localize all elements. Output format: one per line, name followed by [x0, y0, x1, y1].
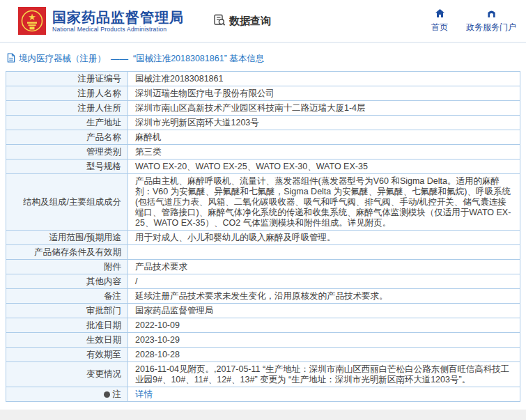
- row-value: 麻醉机: [128, 130, 520, 145]
- row-label: 注: [6, 387, 128, 402]
- document-icon: [7, 53, 15, 65]
- row-value: 深圳市光明新区南环大道1203号: [128, 116, 520, 130]
- row-value: 用于对成人、小儿和婴幼儿的吸入麻醉及呼吸管理。: [128, 231, 520, 245]
- nav-portal-label: 政务服务门户: [466, 22, 516, 33]
- table-row: 结构及组成/主要组成成分 产品由主机、麻醉呼吸机、流量计、蒸发器组件(蒸发器型号…: [6, 174, 520, 231]
- table-row: 注册人名称 深圳迈瑞生物医疗电子股份有限公司: [6, 86, 520, 101]
- table-row: 管理类别 第三类: [6, 145, 520, 160]
- nav-home[interactable]: 首页: [431, 8, 448, 33]
- registration-info-table: 注册证编号 国械注准20183081861 注册人名称 深圳迈瑞生物医疗电子股份…: [6, 71, 520, 402]
- table-row: 审批部门 国家药品监督管理局: [6, 304, 520, 318]
- row-label: 其他内容: [6, 274, 128, 289]
- breadcrumb-separator: ——: [111, 54, 128, 64]
- table-row: 适用范围/预期用途 用于对成人、小儿和婴幼儿的吸入麻醉及呼吸管理。: [6, 231, 520, 245]
- row-value: 2023-10-29: [128, 333, 520, 348]
- row-label: 批准日期: [6, 318, 128, 333]
- detail-link[interactable]: 详情: [135, 389, 153, 399]
- row-label: 附件: [6, 260, 128, 274]
- data-query-button[interactable]: 数据查询: [213, 14, 271, 29]
- breadcrumb: 境内医疗器械（注册） —— “国械注准20183081861” 基本信息: [7, 53, 526, 65]
- row-value: /: [128, 274, 520, 289]
- table-row: 产品名称 麻醉机: [6, 130, 520, 145]
- row-label: 生效日期: [6, 333, 128, 348]
- table-row: 变更情况 2016-11-04见附页。,2017-05-11 “生产地址：深圳市…: [6, 362, 520, 387]
- table-row: 备注 延续注册产品技术要求未发生变化，沿用原核发的产品技术要求。: [6, 289, 520, 304]
- nmpa-emblem-logo: ★: [18, 7, 46, 35]
- page: ★ 国家药品监督管理局 National Medical Products Ad…: [0, 0, 526, 402]
- row-value: 第三类: [128, 145, 520, 160]
- row-label: 适用范围/预期用途: [6, 231, 128, 245]
- site-subtitle: National Medical Products Administration: [52, 26, 184, 33]
- portal-gate-icon: [486, 8, 497, 20]
- data-query-icon: [213, 14, 226, 29]
- footer-strip: [0, 410, 526, 420]
- row-label: 注册人住所: [6, 101, 128, 116]
- table-row: 型号规格 WATO EX-20、WATO EX-25、WATO EX-30、WA…: [6, 160, 520, 174]
- home-icon: [435, 8, 445, 20]
- row-value: 详情: [128, 387, 520, 402]
- row-label: 型号规格: [6, 160, 128, 174]
- row-value: 深圳市南山区高新技术产业园区科技南十二路迈瑞大厦1-4层: [128, 101, 520, 116]
- table-row: 生产地址 深圳市光明新区南环大道1203号: [6, 116, 520, 130]
- row-label: 变更情况: [6, 362, 128, 387]
- row-value: 国家药品监督管理局: [128, 304, 520, 318]
- row-label: 注册证编号: [6, 72, 128, 86]
- row-value: 产品由主机、麻醉呼吸机、流量计、蒸发器组件(蒸发器型号为V60 和Sigma D…: [128, 174, 520, 231]
- row-value: 产品技术要求: [128, 260, 520, 274]
- table-row: 附件 产品技术要求: [6, 260, 520, 274]
- breadcrumb-section[interactable]: 境内医疗器械（注册）: [19, 53, 106, 65]
- nav-home-label: 首页: [431, 22, 448, 33]
- row-label: 产品名称: [6, 130, 128, 145]
- info-table-body: 注册证编号 国械注准20183081861 注册人名称 深圳迈瑞生物医疗电子股份…: [6, 72, 520, 402]
- breadcrumb-current: “国械注准20183081861” 基本信息: [133, 53, 264, 65]
- row-label: 审批部门: [6, 304, 128, 318]
- table-row: 批准日期 2022-10-09: [6, 318, 520, 333]
- row-value: 2016-11-04见附页。,2017-05-11 “生产地址：深圳市南山区西丽…: [128, 362, 520, 387]
- svg-text:★: ★: [28, 12, 36, 22]
- table-row: 注 详情: [6, 387, 520, 402]
- nav-portal[interactable]: 政务服务门户: [466, 8, 516, 33]
- row-label: 生产地址: [6, 116, 128, 130]
- row-label: 管理类别: [6, 145, 128, 160]
- row-label: 有效期至: [6, 348, 128, 362]
- row-value: 延续注册产品技术要求未发生变化，沿用原核发的产品技术要求。: [128, 289, 520, 304]
- row-value: 深圳迈瑞生物医疗电子股份有限公司: [128, 86, 520, 101]
- row-label: 产品储存条件及有效期: [6, 245, 128, 260]
- row-value: WATO EX-20、WATO EX-25、WATO EX-30、WATO EX…: [128, 160, 520, 174]
- table-row: 注册证编号 国械注准20183081861: [6, 72, 520, 86]
- row-label: 结构及组成/主要组成成分: [6, 174, 128, 231]
- row-label: 注册人名称: [6, 86, 128, 101]
- row-label: 备注: [6, 289, 128, 304]
- table-row: 产品储存条件及有效期: [6, 245, 520, 260]
- note-bullet-icon: [104, 391, 110, 398]
- header: ★ 国家药品监督管理局 National Medical Products Ad…: [0, 0, 526, 43]
- table-row: 生效日期 2023-10-29: [6, 333, 520, 348]
- row-value: [128, 245, 520, 260]
- table-row: 有效期至 2028-10-28: [6, 348, 520, 362]
- row-value: 2022-10-09: [128, 318, 520, 333]
- site-title: 国家药品监督管理局: [52, 9, 184, 26]
- table-row: 其他内容 /: [6, 274, 520, 289]
- data-query-label: 数据查询: [229, 15, 271, 28]
- row-value: 2028-10-28: [128, 348, 520, 362]
- site-title-block: 国家药品监督管理局 National Medical Products Admi…: [52, 9, 184, 33]
- row-value: 国械注准20183081861: [128, 72, 520, 86]
- table-row: 注册人住所 深圳市南山区高新技术产业园区科技南十二路迈瑞大厦1-4层: [6, 101, 520, 116]
